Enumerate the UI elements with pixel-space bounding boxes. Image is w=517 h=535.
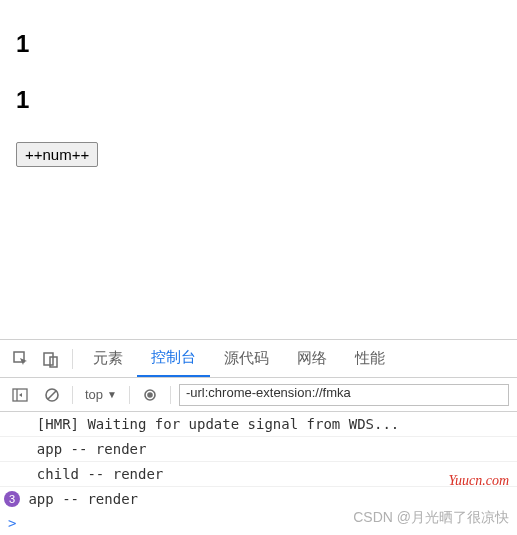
clear-console-icon[interactable]	[40, 383, 64, 407]
console-toolbar: top ▼ -url:chrome-extension://fmka	[0, 378, 517, 412]
svg-point-8	[148, 393, 152, 397]
sidebar-toggle-icon[interactable]	[8, 383, 32, 407]
watermark: Yuucn.com	[448, 473, 509, 489]
log-row[interactable]: child -- render	[0, 462, 517, 487]
svg-line-6	[48, 391, 56, 399]
log-row[interactable]: app -- render	[0, 437, 517, 462]
tab-list: 元素 控制台 源代码 网络 性能	[79, 340, 399, 377]
separator	[170, 386, 171, 404]
chevron-down-icon: ▼	[107, 389, 117, 400]
watermark: CSDN @月光晒了很凉快	[353, 509, 509, 527]
tab-console[interactable]: 控制台	[137, 340, 210, 377]
context-selector[interactable]: top ▼	[81, 387, 121, 402]
filter-input[interactable]: -url:chrome-extension://fmka	[179, 384, 509, 406]
tab-performance[interactable]: 性能	[341, 340, 399, 377]
inspect-icon[interactable]	[6, 340, 36, 378]
separator	[72, 349, 73, 369]
separator	[72, 386, 73, 404]
tab-network[interactable]: 网络	[283, 340, 341, 377]
count-badge: 3	[4, 491, 20, 507]
svg-rect-1	[44, 353, 53, 365]
device-toggle-icon[interactable]	[36, 340, 66, 378]
live-expression-icon[interactable]	[138, 383, 162, 407]
devtools-panel: 元素 控制台 源代码 网络 性能 top ▼ -	[0, 339, 517, 535]
separator	[129, 386, 130, 404]
context-label: top	[85, 387, 103, 402]
devtools-tabbar: 元素 控制台 源代码 网络 性能	[0, 340, 517, 378]
tab-sources[interactable]: 源代码	[210, 340, 283, 377]
num-display-2: 1	[16, 86, 501, 114]
log-text: app -- render	[20, 491, 138, 507]
num-display-1: 1	[16, 30, 501, 58]
log-row[interactable]: [HMR] Waiting for update signal from WDS…	[0, 412, 517, 437]
increment-button[interactable]: ++num++	[16, 142, 98, 167]
tab-elements[interactable]: 元素	[79, 340, 137, 377]
log-row[interactable]: 3 app -- render	[0, 487, 517, 511]
app-page: 1 1 ++num++	[0, 0, 517, 179]
